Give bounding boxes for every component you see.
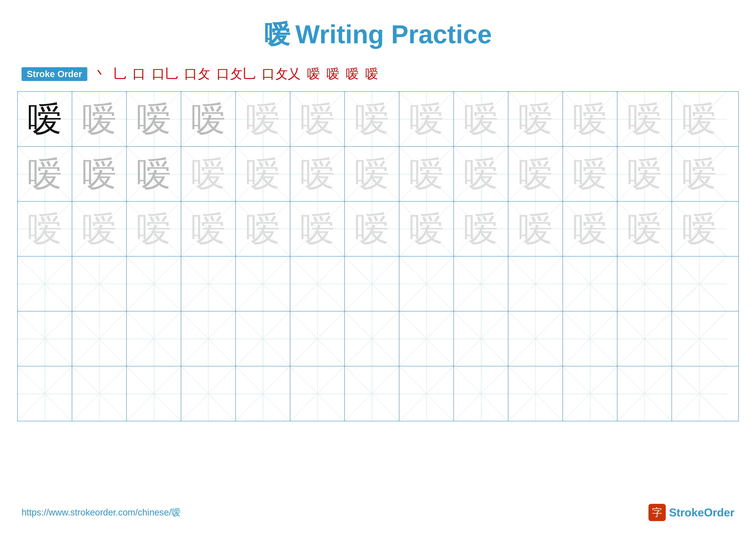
grid-cell[interactable]: 嗳 <box>508 202 563 256</box>
grid-cell[interactable]: 嗳 <box>563 92 617 146</box>
grid-cell[interactable]: 嗳 <box>18 147 72 201</box>
svg-line-112 <box>236 312 290 366</box>
practice-char: 嗳 <box>28 212 62 246</box>
grid-cell[interactable] <box>454 257 508 311</box>
stroke-step-1: 丶 <box>94 65 107 83</box>
grid-cell[interactable] <box>127 257 181 311</box>
grid-cell[interactable]: 嗳 <box>454 92 508 146</box>
grid-cell[interactable] <box>454 367 508 421</box>
grid-cell[interactable]: 嗳 <box>617 202 672 256</box>
grid-cell[interactable]: 嗳 <box>290 92 345 146</box>
grid-cell[interactable]: 嗳 <box>672 147 726 201</box>
grid-cell[interactable] <box>18 312 72 366</box>
grid-cell[interactable] <box>345 257 399 311</box>
grid-cell[interactable] <box>290 257 345 311</box>
grid-cell[interactable]: 嗳 <box>454 202 508 256</box>
grid-cell[interactable] <box>181 257 236 311</box>
grid-cell[interactable]: 嗳 <box>72 202 127 256</box>
grid-cell[interactable] <box>672 257 726 311</box>
grid-cell[interactable]: 嗳 <box>508 92 563 146</box>
svg-line-91 <box>345 257 399 311</box>
grid-cell[interactable]: 嗳 <box>290 147 345 201</box>
grid-cell[interactable] <box>454 312 508 366</box>
grid-cell[interactable] <box>290 312 345 366</box>
svg-line-128 <box>672 312 726 366</box>
grid-cell[interactable]: 嗳 <box>563 202 617 256</box>
practice-char: 嗳 <box>573 212 607 246</box>
grid-cell[interactable]: 嗳 <box>508 147 563 201</box>
grid-cell[interactable] <box>181 312 236 366</box>
practice-char: 嗳 <box>518 157 553 191</box>
grid-cell[interactable] <box>563 367 617 421</box>
grid-row <box>18 257 738 312</box>
practice-char: 嗳 <box>682 157 716 191</box>
grid-cell[interactable]: 嗳 <box>617 147 672 201</box>
grid-cell[interactable]: 嗳 <box>345 147 399 201</box>
grid-cell[interactable] <box>18 257 72 311</box>
grid-cell[interactable] <box>617 312 672 366</box>
grid-cell[interactable] <box>236 312 290 366</box>
grid-cell[interactable] <box>399 312 454 366</box>
grid-cell[interactable]: 嗳 <box>72 147 127 201</box>
grid-cell[interactable]: 嗳 <box>399 147 454 201</box>
grid-cell[interactable] <box>672 312 726 366</box>
grid-cell[interactable]: 嗳 <box>290 202 345 256</box>
grid-cell[interactable]: 嗳 <box>617 92 672 146</box>
grid-cell[interactable]: 嗳 <box>345 202 399 256</box>
grid-cell[interactable] <box>617 257 672 311</box>
practice-char: 嗳 <box>627 157 662 191</box>
svg-line-144 <box>399 367 453 421</box>
grid-cell[interactable] <box>617 367 672 421</box>
grid-cell[interactable]: 嗳 <box>181 92 236 146</box>
svg-line-95 <box>454 257 508 311</box>
grid-cell[interactable] <box>508 312 563 366</box>
grid-cell[interactable] <box>127 312 181 366</box>
grid-cell[interactable] <box>236 257 290 311</box>
grid-cell[interactable]: 嗳 <box>127 92 181 146</box>
grid-cell[interactable] <box>399 367 454 421</box>
grid-cell[interactable]: 嗳 <box>72 92 127 146</box>
practice-char: 嗳 <box>191 157 226 191</box>
svg-line-124 <box>563 312 617 366</box>
grid-cell[interactable]: 嗳 <box>672 202 726 256</box>
grid-cell[interactable] <box>236 367 290 421</box>
grid-cell[interactable] <box>72 367 127 421</box>
stroke-order-row: Stroke Order 丶 ⺃ 口 口⺃ 口攵 口攵⺃ 口攵乂 嗳 嗳 嗳 嗳 <box>21 65 756 83</box>
grid-cell[interactable]: 嗳 <box>181 147 236 201</box>
grid-cell[interactable]: 嗳 <box>236 92 290 146</box>
practice-char: 嗳 <box>28 157 62 191</box>
grid-cell[interactable]: 嗳 <box>236 147 290 201</box>
grid-cell[interactable]: 嗳 <box>672 92 726 146</box>
grid-cell[interactable] <box>508 367 563 421</box>
practice-char: 嗳 <box>137 212 171 246</box>
svg-line-114 <box>290 312 344 366</box>
grid-cell[interactable] <box>672 367 726 421</box>
svg-line-131 <box>18 367 72 421</box>
grid-cell[interactable] <box>18 367 72 421</box>
grid-cell[interactable]: 嗳 <box>127 202 181 256</box>
footer-url[interactable]: https://www.strokeorder.com/chinese/嗳 <box>21 506 180 519</box>
grid-cell[interactable] <box>345 312 399 366</box>
grid-cell[interactable]: 嗳 <box>399 92 454 146</box>
grid-cell[interactable]: 嗳 <box>181 202 236 256</box>
svg-line-85 <box>181 257 235 311</box>
grid-cell[interactable] <box>563 257 617 311</box>
grid-cell[interactable]: 嗳 <box>18 202 72 256</box>
grid-cell[interactable] <box>399 257 454 311</box>
grid-cell[interactable] <box>72 312 127 366</box>
grid-cell[interactable]: 嗳 <box>345 92 399 146</box>
grid-cell[interactable]: 嗳 <box>236 202 290 256</box>
grid-cell[interactable] <box>127 367 181 421</box>
grid-cell[interactable] <box>563 312 617 366</box>
grid-cell[interactable] <box>72 257 127 311</box>
grid-cell[interactable] <box>345 367 399 421</box>
grid-cell[interactable]: 嗳 <box>563 147 617 201</box>
grid-cell[interactable] <box>508 257 563 311</box>
grid-cell[interactable]: 嗳 <box>18 92 72 146</box>
grid-cell[interactable]: 嗳 <box>127 147 181 201</box>
grid-cell[interactable]: 嗳 <box>454 147 508 201</box>
grid-cell[interactable] <box>290 367 345 421</box>
grid-cell[interactable] <box>181 367 236 421</box>
grid-cell[interactable]: 嗳 <box>399 202 454 256</box>
grid-row <box>18 367 738 421</box>
